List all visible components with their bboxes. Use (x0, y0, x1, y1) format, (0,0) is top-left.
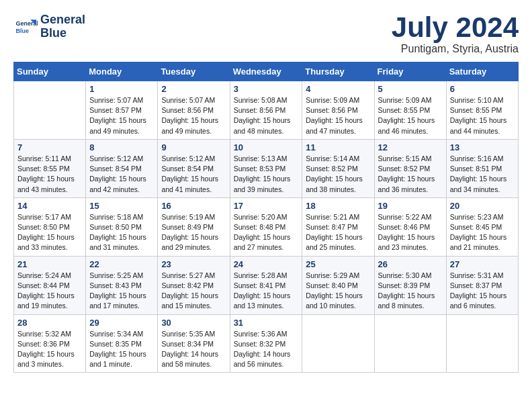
calendar-cell: 29Sunrise: 5:34 AM Sunset: 8:35 PM Dayli… (86, 314, 158, 373)
day-info: Sunrise: 5:13 AM Sunset: 8:53 PM Dayligh… (234, 154, 299, 195)
calendar-cell: 1Sunrise: 5:07 AM Sunset: 8:57 PM Daylig… (86, 81, 158, 140)
day-number: 18 (306, 201, 370, 211)
day-number: 13 (450, 142, 515, 152)
weekday-header-sunday: Sunday (14, 62, 86, 81)
location-subtitle: Puntigam, Styria, Austria (392, 43, 519, 55)
weekday-header-wednesday: Wednesday (230, 62, 302, 81)
calendar-cell: 16Sunrise: 5:19 AM Sunset: 8:49 PM Dayli… (158, 197, 230, 256)
weekday-header-thursday: Thursday (302, 62, 374, 81)
day-info: Sunrise: 5:07 AM Sunset: 8:57 PM Dayligh… (89, 95, 154, 136)
calendar-cell: 8Sunrise: 5:12 AM Sunset: 8:54 PM Daylig… (86, 139, 158, 197)
day-info: Sunrise: 5:11 AM Sunset: 8:55 PM Dayligh… (17, 154, 82, 195)
day-number: 23 (161, 259, 226, 269)
calendar-cell: 30Sunrise: 5:35 AM Sunset: 8:34 PM Dayli… (158, 314, 230, 373)
day-number: 25 (306, 259, 370, 269)
day-number: 19 (378, 201, 443, 211)
calendar-cell: 19Sunrise: 5:22 AM Sunset: 8:46 PM Dayli… (374, 197, 446, 256)
calendar-cell: 9Sunrise: 5:12 AM Sunset: 8:54 PM Daylig… (158, 139, 230, 197)
weekday-header-tuesday: Tuesday (158, 62, 230, 81)
day-info: Sunrise: 5:30 AM Sunset: 8:39 PM Dayligh… (378, 271, 443, 312)
day-info: Sunrise: 5:07 AM Sunset: 8:56 PM Dayligh… (161, 95, 226, 136)
calendar-cell: 20Sunrise: 5:23 AM Sunset: 8:45 PM Dayli… (446, 197, 518, 256)
day-number: 31 (234, 318, 299, 328)
calendar-cell (14, 81, 86, 140)
calendar-cell: 22Sunrise: 5:25 AM Sunset: 8:43 PM Dayli… (86, 256, 158, 314)
day-info: Sunrise: 5:14 AM Sunset: 8:52 PM Dayligh… (306, 154, 370, 195)
day-number: 5 (378, 84, 443, 94)
day-number: 14 (17, 201, 82, 211)
day-number: 10 (234, 142, 299, 152)
day-info: Sunrise: 5:15 AM Sunset: 8:52 PM Dayligh… (378, 154, 443, 195)
weekday-header-saturday: Saturday (446, 62, 518, 81)
day-info: Sunrise: 5:35 AM Sunset: 8:34 PM Dayligh… (161, 329, 226, 370)
calendar-cell: 3Sunrise: 5:08 AM Sunset: 8:56 PM Daylig… (230, 81, 302, 140)
day-number: 6 (450, 84, 515, 94)
day-number: 28 (17, 318, 82, 328)
calendar-cell: 11Sunrise: 5:14 AM Sunset: 8:52 PM Dayli… (302, 139, 374, 197)
day-number: 1 (89, 84, 154, 94)
day-info: Sunrise: 5:17 AM Sunset: 8:50 PM Dayligh… (17, 212, 82, 253)
day-number: 17 (234, 201, 299, 211)
day-info: Sunrise: 5:09 AM Sunset: 8:56 PM Dayligh… (306, 95, 370, 136)
logo-icon: General Blue (13, 15, 38, 39)
month-title: July 2024 (392, 13, 519, 42)
calendar-cell: 2Sunrise: 5:07 AM Sunset: 8:56 PM Daylig… (158, 81, 230, 140)
calendar-cell: 24Sunrise: 5:28 AM Sunset: 8:41 PM Dayli… (230, 256, 302, 314)
day-number: 29 (89, 318, 154, 328)
logo: General Blue General Blue (13, 13, 85, 40)
day-number: 24 (234, 259, 299, 269)
calendar-cell: 10Sunrise: 5:13 AM Sunset: 8:53 PM Dayli… (230, 139, 302, 197)
day-info: Sunrise: 5:12 AM Sunset: 8:54 PM Dayligh… (89, 154, 154, 195)
weekday-header-monday: Monday (86, 62, 158, 81)
calendar-cell (374, 314, 446, 373)
day-info: Sunrise: 5:21 AM Sunset: 8:47 PM Dayligh… (306, 212, 370, 253)
day-number: 3 (234, 84, 299, 94)
day-info: Sunrise: 5:18 AM Sunset: 8:50 PM Dayligh… (89, 212, 154, 253)
calendar-cell: 12Sunrise: 5:15 AM Sunset: 8:52 PM Dayli… (374, 139, 446, 197)
day-number: 30 (161, 318, 226, 328)
calendar-cell: 21Sunrise: 5:24 AM Sunset: 8:44 PM Dayli… (14, 256, 86, 314)
day-info: Sunrise: 5:34 AM Sunset: 8:35 PM Dayligh… (89, 329, 154, 370)
calendar-week-row: 14Sunrise: 5:17 AM Sunset: 8:50 PM Dayli… (14, 197, 519, 256)
title-block: July 2024 Puntigam, Styria, Austria (392, 13, 519, 55)
day-number: 22 (89, 259, 154, 269)
calendar-cell: 25Sunrise: 5:29 AM Sunset: 8:40 PM Dayli… (302, 256, 374, 314)
calendar-cell: 17Sunrise: 5:20 AM Sunset: 8:48 PM Dayli… (230, 197, 302, 256)
day-number: 7 (17, 142, 82, 152)
day-info: Sunrise: 5:12 AM Sunset: 8:54 PM Dayligh… (161, 154, 226, 195)
logo-text: General Blue (40, 13, 85, 40)
day-number: 12 (378, 142, 443, 152)
calendar-cell: 15Sunrise: 5:18 AM Sunset: 8:50 PM Dayli… (86, 197, 158, 256)
day-info: Sunrise: 5:25 AM Sunset: 8:43 PM Dayligh… (89, 271, 154, 312)
day-number: 21 (17, 259, 82, 269)
calendar-cell: 13Sunrise: 5:16 AM Sunset: 8:51 PM Dayli… (446, 139, 518, 197)
day-info: Sunrise: 5:36 AM Sunset: 8:32 PM Dayligh… (234, 329, 299, 370)
calendar-cell: 26Sunrise: 5:30 AM Sunset: 8:39 PM Dayli… (374, 256, 446, 314)
day-info: Sunrise: 5:24 AM Sunset: 8:44 PM Dayligh… (17, 271, 82, 312)
day-info: Sunrise: 5:08 AM Sunset: 8:56 PM Dayligh… (234, 95, 299, 136)
calendar-cell: 23Sunrise: 5:27 AM Sunset: 8:42 PM Dayli… (158, 256, 230, 314)
calendar-cell: 6Sunrise: 5:10 AM Sunset: 8:55 PM Daylig… (446, 81, 518, 140)
calendar-cell: 14Sunrise: 5:17 AM Sunset: 8:50 PM Dayli… (14, 197, 86, 256)
calendar-week-row: 1Sunrise: 5:07 AM Sunset: 8:57 PM Daylig… (14, 81, 519, 140)
day-info: Sunrise: 5:31 AM Sunset: 8:37 PM Dayligh… (450, 271, 515, 312)
day-number: 16 (161, 201, 226, 211)
day-info: Sunrise: 5:19 AM Sunset: 8:49 PM Dayligh… (161, 212, 226, 253)
day-info: Sunrise: 5:23 AM Sunset: 8:45 PM Dayligh… (450, 212, 515, 253)
calendar-table: SundayMondayTuesdayWednesdayThursdayFrid… (13, 62, 519, 373)
day-info: Sunrise: 5:22 AM Sunset: 8:46 PM Dayligh… (378, 212, 443, 253)
day-number: 9 (161, 142, 226, 152)
calendar-cell (302, 314, 374, 373)
day-number: 2 (161, 84, 226, 94)
day-number: 27 (450, 259, 515, 269)
day-info: Sunrise: 5:10 AM Sunset: 8:55 PM Dayligh… (450, 95, 515, 136)
page-header: General Blue General Blue July 2024 Punt… (13, 13, 519, 55)
day-number: 8 (89, 142, 154, 152)
svg-text:Blue: Blue (16, 28, 30, 34)
calendar-week-row: 7Sunrise: 5:11 AM Sunset: 8:55 PM Daylig… (14, 139, 519, 197)
day-number: 4 (306, 84, 370, 94)
calendar-cell (446, 314, 518, 373)
day-info: Sunrise: 5:32 AM Sunset: 8:36 PM Dayligh… (17, 329, 82, 370)
day-info: Sunrise: 5:09 AM Sunset: 8:55 PM Dayligh… (378, 95, 443, 136)
calendar-cell: 4Sunrise: 5:09 AM Sunset: 8:56 PM Daylig… (302, 81, 374, 140)
